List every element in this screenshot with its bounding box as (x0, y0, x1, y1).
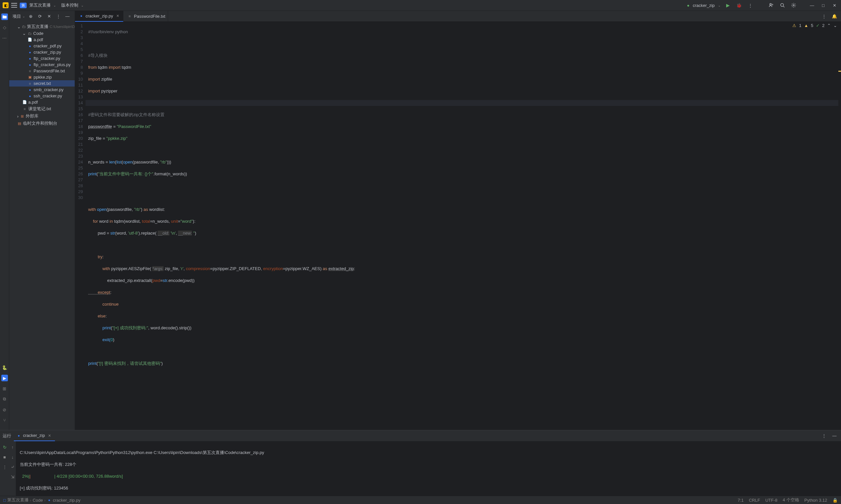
python-icon: ● (28, 50, 32, 55)
breadcrumb-item[interactable]: cracker_zip.py (53, 498, 80, 503)
line-separator[interactable]: CRLF (749, 498, 760, 503)
interpreter[interactable]: Python 3.12 (804, 498, 827, 503)
tree-file[interactable]: ●ftp_cracker.py (9, 55, 75, 61)
down-icon[interactable]: ↓ (9, 454, 16, 460)
tree-label: ppkke.zip (34, 75, 52, 79)
tree-file[interactable]: ▣ppkke.zip (9, 74, 75, 80)
console-output[interactable]: C:\Users\lipin\AppData\Local\Programs\Py… (16, 441, 841, 496)
inspection-widget[interactable]: ⚠1 ▲5 ✓2 ⌃ ⌄ (792, 23, 837, 28)
tree-label: PasswordFile.txt (34, 68, 65, 73)
debug-button[interactable]: 🐞 (735, 1, 743, 9)
structure-tool-button[interactable]: ◇ (1, 24, 8, 31)
services-tool-button[interactable]: ⊞ (1, 385, 8, 392)
code-with-me-icon[interactable] (767, 1, 775, 9)
search-icon[interactable] (779, 1, 786, 9)
svg-point-2 (793, 5, 794, 6)
pdf-icon: 📄 (22, 100, 27, 105)
tree-file[interactable]: 📄a.pdf (9, 37, 75, 43)
tree-file[interactable]: ●ftp_cracker_plus.py (9, 61, 75, 68)
tree-label: a.pdf (28, 100, 38, 105)
locate-icon[interactable]: ⊕ (26, 13, 35, 20)
tree-label: cracker_zip.py (34, 50, 61, 55)
python-console-button[interactable]: 🐍 (1, 364, 8, 371)
chevron-down-icon[interactable]: ⌄ (22, 15, 25, 18)
folder-icon: 🗀 (27, 31, 32, 36)
tree-file-selected[interactable]: ≡secret.txt (9, 80, 75, 87)
stop-button[interactable]: ■ (1, 454, 8, 460)
vcs-tool-button[interactable]: ⑂ (1, 417, 8, 424)
main-menu-button[interactable] (11, 3, 17, 7)
scroll-icon[interactable]: ⇲ (9, 473, 16, 480)
pdf-icon: 📄 (28, 37, 32, 42)
minimize-button[interactable]: — (808, 1, 816, 9)
tree-file[interactable]: ●cracker_pdf.py (9, 43, 75, 49)
error-stripe[interactable] (838, 22, 841, 430)
run-tool-button[interactable]: ▶ (1, 375, 8, 381)
close-button[interactable]: ✕ (830, 1, 838, 9)
lock-icon[interactable]: 🔒 (833, 498, 838, 503)
tabs-more-icon[interactable]: ⋮ (820, 12, 828, 20)
encoding[interactable]: UTF-8 (765, 498, 777, 503)
tree-file[interactable]: ●cracker_zip.py (9, 49, 75, 55)
settings-icon[interactable] (790, 1, 798, 9)
rerun-button[interactable]: ↻ (1, 444, 8, 450)
project-name[interactable]: 第五次直播 (29, 2, 51, 8)
chevron-down-icon[interactable]: ⌄ (834, 23, 837, 28)
tree-label: a.pdf (34, 37, 43, 42)
tree-file[interactable]: ●ssh_cracker.py (9, 93, 75, 99)
run-config-tab[interactable]: ● cracker_zip × (14, 430, 55, 441)
more-icon[interactable]: ⋮ (1, 464, 8, 470)
code-editor[interactable]: #!/usr/bin/env python #导入模块 from tqdm im… (86, 22, 838, 430)
up-icon[interactable]: ↑ (9, 444, 16, 450)
tree-label: ftp_cracker.py (34, 56, 60, 61)
more-tool-button[interactable]: ⋯ (1, 35, 8, 41)
project-badge[interactable]: 第 (20, 3, 26, 8)
close-icon[interactable]: × (115, 13, 121, 18)
tree-file[interactable]: ≡课堂笔记.txt (9, 105, 75, 112)
more-icon[interactable]: ⋮ (54, 13, 62, 20)
chevron-right-icon: › (17, 114, 18, 119)
close-icon[interactable]: × (47, 433, 52, 438)
run-tool-window: 运行 ● cracker_zip × ⋮ — ↻ ■ ⋮ ↑ ↓ ⤶ ⇲ C:\… (0, 430, 841, 496)
run-button[interactable]: ▶ (724, 1, 732, 9)
tree-external-libs[interactable]: ›⊞外部库 (9, 112, 75, 120)
hide-icon[interactable]: — (64, 13, 71, 20)
tree-scratches[interactable]: ▤临时文件和控制台 (9, 120, 75, 127)
refresh-icon[interactable]: ⟳ (36, 13, 44, 20)
breadcrumb-item[interactable]: 第五次直播 (7, 497, 29, 503)
tree-root[interactable]: ⌄ 🗀 第五次直播 C:\Users\lipin\Dow (9, 23, 75, 30)
chevron-down-icon: ⌄ (81, 4, 84, 7)
hide-icon[interactable]: — (830, 432, 838, 440)
vcs-label[interactable]: 版本控制 (61, 2, 78, 8)
warning-icon: ⚠ (792, 23, 796, 28)
svg-point-1 (781, 4, 784, 6)
text-icon: ≡ (127, 14, 132, 18)
tab-cracker-zip[interactable]: ● cracker_zip.py × (75, 11, 123, 22)
tree-folder-code[interactable]: ⌄ 🗀 Code (9, 30, 75, 37)
indent[interactable]: 4 个空格 (783, 497, 799, 503)
tab-passwordfile[interactable]: ≡ PasswordFile.txt (123, 11, 168, 22)
statusbar: □ 第五次直播 › Code › ● cracker_zip.py 7:1 CR… (0, 496, 841, 504)
chevron-up-icon[interactable]: ⌃ (827, 23, 831, 28)
notifications-icon[interactable]: 🔔 (830, 12, 838, 20)
tab-label: cracker_zip.py (86, 14, 113, 18)
text-icon: ≡ (28, 69, 32, 73)
run-config-name[interactable]: cracker_zip (693, 3, 715, 8)
problems-tool-button[interactable]: ⊘ (1, 406, 8, 413)
tree-file[interactable]: ≡PasswordFile.txt (9, 68, 75, 74)
line-gutter: 1234567891011121314151617181920212223242… (75, 22, 86, 430)
wrap-icon[interactable]: ⤶ (9, 464, 16, 470)
maximize-button[interactable]: □ (819, 1, 827, 9)
more-icon[interactable]: ⋮ (820, 432, 828, 440)
run-config-label: cracker_zip (23, 433, 45, 438)
cursor-position[interactable]: 7:1 (738, 498, 744, 503)
breadcrumb-item[interactable]: Code (33, 498, 43, 503)
project-tool-button[interactable] (1, 14, 8, 20)
collapse-icon[interactable]: ✕ (45, 13, 53, 20)
tree-file[interactable]: ●smb_cracker.py (9, 87, 75, 93)
python-icon: ● (47, 498, 52, 502)
terminal-tool-button[interactable]: ⧉ (1, 396, 8, 402)
more-button[interactable]: ⋮ (746, 1, 754, 9)
tree-file[interactable]: 📄a.pdf (9, 99, 75, 105)
tree-label: 临时文件和控制台 (23, 121, 57, 126)
